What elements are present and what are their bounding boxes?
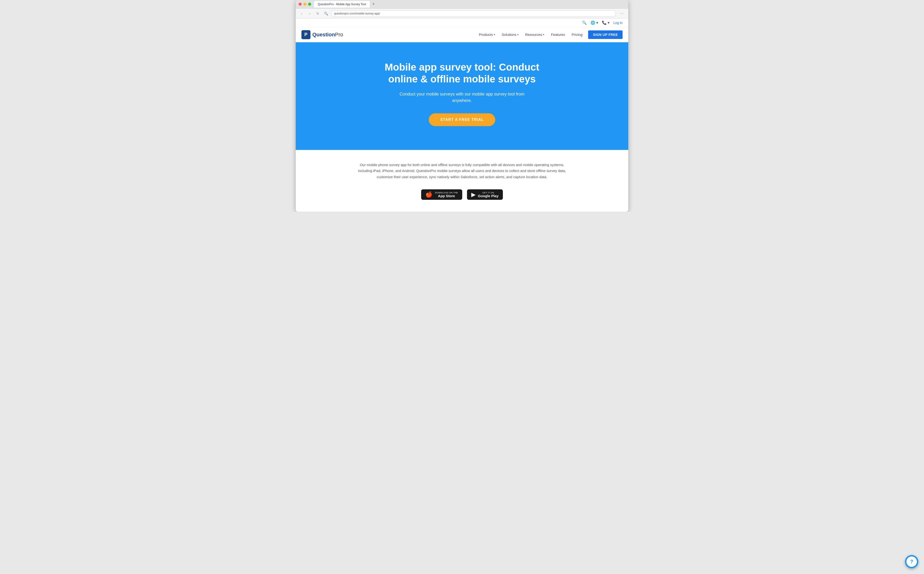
logo-text: QuestionPro: [312, 32, 343, 38]
nav-solutions-label: Solutions: [502, 33, 516, 36]
hero-subtitle: Conduct your mobile surveys with our mob…: [391, 91, 533, 104]
logo-name-part2: Pro: [335, 32, 343, 38]
logo-letter: P: [304, 32, 307, 37]
google-play-text: GET IT ON Google Play: [478, 191, 499, 198]
signup-button[interactable]: SIGN UP FREE: [588, 30, 623, 39]
globe-icon: 🌐: [590, 20, 595, 25]
solutions-arrow-icon: ▾: [517, 33, 518, 36]
app-store-pre-text: Download on the: [435, 191, 458, 194]
logo[interactable]: P QuestionPro: [301, 30, 343, 39]
nav-links: Products ▾ Solutions ▾ Resources ▾ Featu…: [479, 33, 582, 36]
nav-features-label: Features: [551, 33, 565, 36]
maximize-button[interactable]: [308, 3, 311, 6]
resources-arrow-icon: ▾: [543, 33, 544, 36]
description-section: Our mobile phone survey app for both onl…: [296, 150, 628, 212]
google-play-badge[interactable]: ▶ GET IT ON Google Play: [467, 189, 503, 200]
hero-title: Mobile app survey tool: Conduct online &…: [379, 61, 545, 85]
url-text: questionpro.com/mobile-survey-app/: [334, 12, 380, 15]
app-store-main-text: App Store: [435, 194, 458, 198]
app-badges: 🍎 Download on the App Store ▶ GET IT ON …: [315, 189, 609, 200]
start-free-trial-button[interactable]: START A FREE TRIAL: [429, 114, 495, 126]
nav-products[interactable]: Products ▾: [479, 33, 495, 36]
google-play-pre-text: GET IT ON: [478, 191, 499, 194]
google-play-icon: ▶: [471, 191, 475, 198]
nav-resources-label: Resources: [525, 33, 542, 36]
search-icon: 🔍: [323, 11, 329, 17]
nav-pricing[interactable]: Pricing: [572, 33, 582, 36]
nav-features[interactable]: Features: [551, 33, 565, 36]
tab-bar: QuestionPro - Mobile App Survey Tool +: [314, 1, 625, 8]
language-selector[interactable]: 🌐 ▾: [590, 20, 598, 25]
nav-pricing-label: Pricing: [572, 33, 582, 36]
browser-toolbar: ‹ › ↻ 🔍 questionpro.com/mobile-survey-ap…: [296, 9, 628, 19]
language-arrow: ▾: [596, 20, 598, 25]
page-content: 🔍 🌐 ▾ 📞 ▾ Log In P QuestionPro: [296, 19, 628, 212]
address-bar[interactable]: questionpro.com/mobile-survey-app/: [331, 10, 616, 17]
app-store-badge[interactable]: 🍎 Download on the App Store: [421, 189, 462, 200]
search-icon[interactable]: 🔍: [582, 20, 587, 25]
login-link[interactable]: Log In: [613, 21, 623, 25]
logo-icon: P: [301, 30, 310, 39]
back-button[interactable]: ‹: [299, 11, 305, 17]
browser-menu-button[interactable]: ⋯: [618, 11, 625, 16]
phone-selector[interactable]: 📞 ▾: [602, 20, 609, 25]
forward-button[interactable]: ›: [307, 11, 313, 17]
logo-name-part1: Question: [312, 32, 335, 38]
nav-solutions[interactable]: Solutions ▾: [502, 33, 518, 36]
traffic-lights: [299, 3, 311, 6]
main-navbar: P QuestionPro Products ▾ Solutions ▾ Res…: [296, 27, 628, 42]
close-button[interactable]: [299, 3, 302, 6]
browser-tab[interactable]: QuestionPro - Mobile App Survey Tool: [314, 1, 370, 8]
utility-bar: 🔍 🌐 ▾ 📞 ▾ Log In: [296, 19, 628, 27]
browser-titlebar: QuestionPro - Mobile App Survey Tool +: [296, 0, 628, 9]
minimize-button[interactable]: [303, 3, 306, 6]
apple-icon: 🍎: [425, 191, 433, 198]
refresh-button[interactable]: ↻: [315, 11, 321, 17]
phone-icon: 📞: [602, 20, 607, 25]
nav-products-label: Products: [479, 33, 493, 36]
tab-title: QuestionPro - Mobile App Survey Tool: [318, 3, 366, 6]
hero-section: Mobile app survey tool: Conduct online &…: [296, 42, 628, 150]
phone-arrow: ▾: [608, 20, 609, 25]
nav-resources[interactable]: Resources ▾: [525, 33, 545, 36]
google-play-main-text: Google Play: [478, 194, 499, 198]
new-tab-button[interactable]: +: [371, 2, 376, 7]
description-text: Our mobile phone survey app for both onl…: [355, 162, 569, 180]
products-arrow-icon: ▾: [494, 33, 495, 36]
app-store-text: Download on the App Store: [435, 191, 458, 198]
